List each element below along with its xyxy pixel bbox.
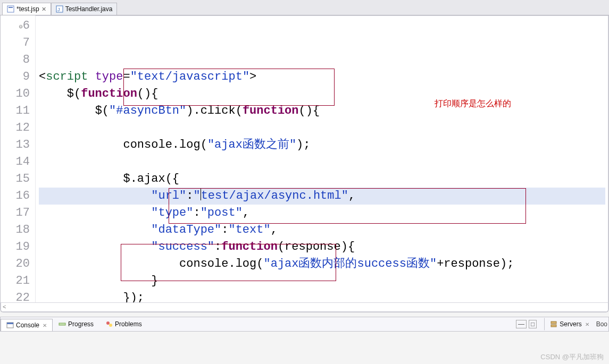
scroll-left-icon[interactable]: < [3,304,6,310]
view-label: Console [16,321,39,329]
line-number: 21 [1,273,30,290]
close-icon[interactable]: ✕ [43,323,47,328]
console-icon [6,321,14,329]
annotation-text: 打印顺序是怎么样的 [435,95,511,112]
svg-rect-5 [7,323,13,324]
svg-rect-6 [59,323,65,325]
code-line[interactable]: <script type="text/javascript"> [39,69,605,86]
line-number: 22 [1,290,30,302]
code-line[interactable]: } [39,273,605,290]
bottom-views-bar: Console ✕ Progress Problems — □ Servers … [0,317,609,332]
line-number: 14 [1,154,30,171]
progress-icon [59,320,66,328]
line-number: 11 [1,103,30,120]
tab-label: *test.jsp [16,5,39,13]
svg-point-8 [109,324,112,327]
code-line[interactable]: $.ajax({ [39,171,605,188]
view-console[interactable]: Console ✕ [1,319,53,331]
code-line[interactable]: $("#asyncBtn").click(function(){ [39,103,605,120]
java-icon: J [56,5,63,13]
close-icon[interactable]: ✕ [585,321,589,327]
line-number: 8 [1,52,30,69]
line-number: 19 [1,239,30,256]
view-label: Servers [560,320,581,328]
view-servers[interactable]: Servers ✕ [544,318,595,331]
horizontal-scrollbar[interactable]: < [1,302,608,311]
line-number-gutter: ⊖678910111213141516171819202122 [1,15,36,302]
code-line[interactable]: console.log("ajax函数之前"); [39,137,605,154]
code-line[interactable]: console.log("ajax函数内部的success函数"+respons… [39,256,605,273]
svg-text:J: J [57,7,60,12]
code-line[interactable]: }); [39,290,605,302]
line-number: 10 [1,86,30,103]
watermark-text: CSDN @平凡加班狗 [540,352,604,362]
svg-rect-1 [9,7,13,8]
svg-rect-9 [551,321,556,324]
svg-rect-0 [7,6,14,12]
svg-point-7 [106,321,110,325]
tab-label: TestHandler.java [65,5,113,13]
code-area[interactable]: <script type="text/javascript"> $(functi… [36,15,608,302]
maximize-icon[interactable]: □ [529,320,537,328]
view-toolbar-icons: — □ [516,320,540,328]
jsp-icon [7,5,14,13]
close-icon[interactable]: ✕ [41,6,46,13]
line-number: 12 [1,120,30,137]
line-number: 7 [1,35,30,52]
line-number: 17 [1,205,30,222]
code-line[interactable]: "success":function(response){ [39,239,605,256]
line-number: 15 [1,171,30,188]
code-line[interactable]: $(function(){ [39,86,605,103]
view-label: Problems [115,320,142,328]
servers-icon [550,320,557,328]
code-editor[interactable]: ⊖678910111213141516171819202122 <script … [0,15,609,312]
line-number: 16 [1,188,30,205]
code-line[interactable] [39,120,605,137]
line-number: 20 [1,256,30,273]
code-line[interactable]: "type":"post", [39,205,605,222]
tab-testhandler-java[interactable]: J TestHandler.java [51,3,118,15]
line-number: 9 [1,69,30,86]
code-line[interactable] [39,154,605,171]
view-problems[interactable]: Problems [99,318,148,331]
code-line[interactable]: "dataType":"text", [39,222,605,239]
line-number: 13 [1,137,30,154]
minimize-icon[interactable]: — [516,320,527,328]
code-line[interactable]: "url":"test/ajax/async.html", [39,188,605,205]
svg-rect-10 [551,325,556,327]
editor-tab-bar: *test.jsp ✕ J TestHandler.java [0,0,609,15]
view-progress[interactable]: Progress [53,318,99,331]
problems-icon [105,320,113,328]
line-number: 18 [1,222,30,239]
tab-test-jsp[interactable]: *test.jsp ✕ [2,3,51,15]
line-number: ⊖6 [1,18,30,35]
truncated-label: Boo [595,320,608,328]
view-label: Progress [68,320,94,328]
